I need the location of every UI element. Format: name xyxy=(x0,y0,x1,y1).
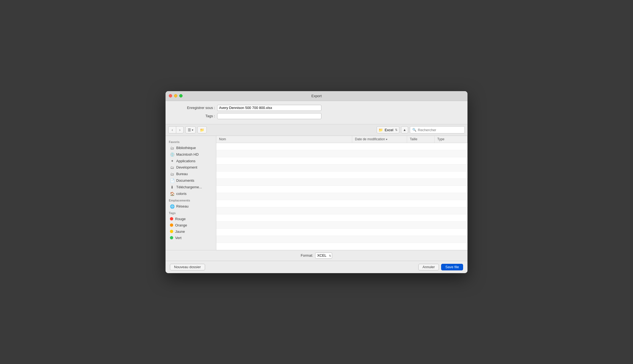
location-selector[interactable]: 📁 Excel ⇅ xyxy=(377,126,399,133)
table-row xyxy=(216,186,467,193)
maximize-button[interactable] xyxy=(179,94,183,97)
sidebar-label-documents: Documents xyxy=(176,178,194,183)
table-row xyxy=(216,157,467,164)
col-header-taille[interactable]: Taille xyxy=(407,136,435,143)
sidebar-item-rouge[interactable]: Rouge xyxy=(167,216,215,222)
file-list: Nom Date de modification ▾ Taille Type xyxy=(216,136,467,250)
col-nom-label: Nom xyxy=(219,137,226,141)
footer-right: Annuler Save file xyxy=(418,264,463,270)
view-options-button[interactable]: ☰ ▾ xyxy=(185,126,196,133)
sidebar-item-orange[interactable]: Orange xyxy=(167,222,215,228)
coloris-icon: 🏠 xyxy=(170,192,174,196)
close-button[interactable] xyxy=(169,94,172,97)
toolbar: ‹ › ☰ ▾ 📁 📁 Excel ⇅ ▲ 🔍 xyxy=(166,124,467,136)
format-select[interactable]: XCEL CSV PDF ODS xyxy=(315,253,332,259)
sidebar-label-vert: Vert xyxy=(175,236,181,240)
table-row xyxy=(216,236,467,243)
sidebar-label-jaune: Jaune xyxy=(175,229,185,234)
bibliotheque-icon: 🗂 xyxy=(170,146,174,150)
sidebar-item-telechargements[interactable]: ⬇ Téléchargeme... xyxy=(167,184,215,191)
main-area: Favoris 🗂 Bibliothèque 💿 Macintosh HD ✦ … xyxy=(166,136,467,250)
nav-buttons: ‹ › xyxy=(168,126,184,133)
sidebar-item-bureau[interactable]: 🗂 Bureau xyxy=(167,171,215,177)
list-icon: ☰ xyxy=(188,128,191,132)
col-header-date[interactable]: Date de modification ▾ xyxy=(352,136,407,143)
search-input[interactable] xyxy=(418,128,462,132)
back-button[interactable]: ‹ xyxy=(168,126,176,133)
expand-button[interactable]: ▲ xyxy=(401,126,408,133)
jaune-dot xyxy=(170,230,173,233)
filename-label: Enregistrer sous : xyxy=(171,106,215,110)
footer-left: Nouveau dossier xyxy=(170,264,205,270)
format-bar: Format: XCEL CSV PDF ODS xyxy=(166,250,467,261)
sidebar-label-reseau: Réseau xyxy=(176,204,189,208)
emplacements-section-label: Emplacements xyxy=(166,197,216,203)
sidebar-item-coloris[interactable]: 🏠 coloris xyxy=(167,191,215,197)
applications-icon: ✦ xyxy=(170,159,174,163)
forward-button[interactable]: › xyxy=(176,126,184,133)
table-row xyxy=(216,172,467,179)
new-folder-button[interactable]: Nouveau dossier xyxy=(170,264,205,270)
rouge-dot xyxy=(170,217,173,220)
col-date-label: Date de modification xyxy=(355,137,385,141)
search-icon: 🔍 xyxy=(412,128,416,132)
sidebar-item-bibliotheque[interactable]: 🗂 Bibliothèque xyxy=(167,145,215,151)
export-dialog: Export Enregistrer sous : Tags : ‹ › ☰ ▾… xyxy=(166,91,467,273)
dropdown-arrow: ▾ xyxy=(192,128,193,131)
table-row xyxy=(216,179,467,186)
sidebar-label-telechargements: Téléchargeme... xyxy=(176,185,202,189)
reseau-icon: 🌐 xyxy=(170,204,174,209)
development-icon: 🗂 xyxy=(170,165,174,170)
save-button[interactable]: Save file xyxy=(441,264,463,270)
file-list-header: Nom Date de modification ▾ Taille Type xyxy=(216,136,467,143)
sidebar-item-jaune[interactable]: Jaune xyxy=(167,228,215,235)
folder-icon: 📁 xyxy=(200,128,204,132)
footer: Nouveau dossier Annuler Save file xyxy=(166,261,467,273)
sort-icon: ▾ xyxy=(386,138,387,141)
minimize-button[interactable] xyxy=(174,94,177,97)
search-box: 🔍 xyxy=(410,126,465,133)
sidebar-item-development[interactable]: 🗂 Development xyxy=(167,164,215,171)
vert-dot xyxy=(170,236,173,239)
sidebar-label-bureau: Bureau xyxy=(176,172,188,176)
window-title: Export xyxy=(311,94,322,98)
tags-label: Tags : xyxy=(171,114,215,118)
col-taille-label: Taille xyxy=(410,137,417,141)
sidebar-label-rouge: Rouge xyxy=(175,217,186,221)
sidebar-item-documents[interactable]: 📄 Documents xyxy=(167,177,215,184)
sidebar-label-bibliotheque: Bibliothèque xyxy=(176,146,196,150)
format-selector: Format: XCEL CSV PDF ODS xyxy=(301,253,332,259)
filename-row: Enregistrer sous : xyxy=(171,105,462,111)
back-icon: ‹ xyxy=(172,128,173,132)
table-row xyxy=(216,164,467,172)
col-header-type[interactable]: Type xyxy=(435,136,467,143)
sidebar-item-applications[interactable]: ✦ Applications xyxy=(167,158,215,164)
table-row xyxy=(216,207,467,214)
location-folder-icon: 📁 xyxy=(379,128,383,132)
documents-icon: 📄 xyxy=(170,178,174,183)
forward-icon: › xyxy=(179,128,181,132)
telechargements-icon: ⬇ xyxy=(170,185,174,189)
sidebar-label-macintosh-hd: Macintosh HD xyxy=(176,152,199,156)
tags-input[interactable] xyxy=(217,113,321,119)
filename-input[interactable] xyxy=(217,105,321,111)
table-row xyxy=(216,214,467,222)
title-bar: Export xyxy=(166,91,467,101)
expand-icon: ▲ xyxy=(403,128,406,132)
sidebar: Favoris 🗂 Bibliothèque 💿 Macintosh HD ✦ … xyxy=(166,136,216,250)
col-type-label: Type xyxy=(437,137,444,141)
bureau-icon: 🗂 xyxy=(170,172,174,176)
format-label: Format: xyxy=(301,253,313,257)
table-row xyxy=(216,193,467,200)
col-header-nom[interactable]: Nom xyxy=(216,136,352,143)
sidebar-item-vert[interactable]: Vert xyxy=(167,235,215,241)
file-rows xyxy=(216,143,467,250)
table-row xyxy=(216,243,467,250)
cancel-button[interactable]: Annuler xyxy=(418,264,439,270)
sidebar-item-reseau[interactable]: 🌐 Réseau xyxy=(167,203,215,210)
sidebar-label-coloris: coloris xyxy=(176,192,187,196)
sidebar-item-macintosh-hd[interactable]: 💿 Macintosh HD xyxy=(167,151,215,158)
new-folder-button[interactable]: 📁 xyxy=(197,126,207,133)
table-row xyxy=(216,200,467,207)
tags-row: Tags : xyxy=(171,113,462,119)
